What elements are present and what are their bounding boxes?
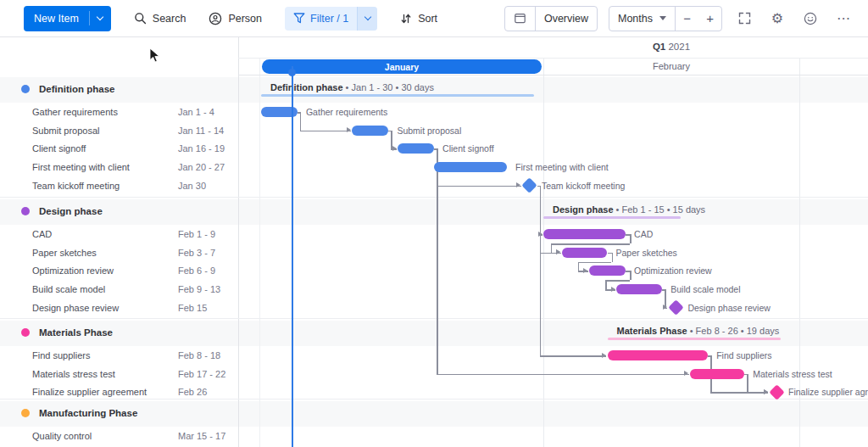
task-bar-label: First meeting with client (515, 162, 609, 172)
task-dates: Feb 26 (178, 386, 207, 398)
panel-divider (238, 37, 239, 447)
task-dates: Feb 1 - 9 (178, 228, 215, 240)
month-pill-active[interactable]: January (262, 59, 542, 74)
dependency-arrowhead (556, 249, 560, 254)
search-icon (134, 12, 147, 25)
section-separator (0, 399, 868, 400)
toolbar-right: Overview Months − + ⚙ ⋯ (504, 6, 854, 31)
task-bar-label: Find suppliers (716, 350, 771, 360)
dependency-connector (605, 280, 630, 282)
task-name[interactable]: Optimization review (32, 265, 114, 277)
chevron-down-icon (364, 14, 370, 20)
chevron-down-icon (97, 14, 103, 20)
fullscreen-button[interactable] (733, 8, 755, 30)
zoom-level-select[interactable]: Months (609, 7, 675, 31)
task-dates: Jan 20 - 27 (178, 161, 225, 173)
settings-button[interactable]: ⚙ (766, 8, 788, 30)
phase-summary: Materials Phase • Feb 8 - 26 • 19 days (617, 325, 780, 337)
gridline (238, 58, 868, 59)
task-name[interactable]: Finalize supplier agreement (32, 386, 147, 398)
new-item-dropdown[interactable] (90, 6, 111, 31)
task-bar[interactable] (690, 369, 745, 379)
calendar-icon (514, 12, 526, 25)
task-name[interactable]: Build scale model (32, 283, 105, 295)
new-item-button[interactable]: New Item (24, 6, 111, 31)
more-options-button[interactable]: ⋯ (832, 8, 854, 30)
dependency-connector (612, 253, 614, 262)
task-bar-label: Submit proposal (397, 126, 461, 136)
dependency-connector (540, 355, 607, 357)
phase-row-band (0, 77, 868, 103)
dependency-connector (605, 280, 607, 289)
dependency-arrowhead (602, 353, 606, 358)
task-name[interactable]: Gather requirements (32, 106, 118, 118)
task-bar[interactable] (352, 126, 388, 136)
phase-name: Materials Phase (39, 327, 113, 338)
zoom-group: Months − + (609, 6, 722, 31)
phase-summary-underline (608, 338, 782, 340)
phase-row[interactable]: Design phase (21, 204, 103, 218)
task-bar-label: CAD (634, 229, 653, 239)
calendar-view-button[interactable] (505, 7, 535, 31)
milestone-diamond[interactable] (522, 178, 537, 193)
filter-dropdown[interactable] (357, 7, 377, 31)
dependency-arrowhead (764, 389, 768, 394)
dependency-connector (578, 262, 580, 271)
phase-color-dot (21, 328, 30, 337)
task-bar-label: Gather requirements (306, 107, 387, 117)
filter-label: Filter / 1 (310, 13, 348, 25)
search-button[interactable]: Search (134, 12, 186, 25)
task-dates: Feb 8 - 18 (178, 349, 220, 361)
task-dates: Feb 3 - 7 (178, 247, 215, 259)
task-bar[interactable] (589, 265, 626, 276)
phase-color-dot (21, 409, 30, 417)
filter-button[interactable]: Filter / 1 (285, 7, 377, 31)
sort-button[interactable]: Sort (400, 13, 437, 25)
dependency-arrowhead (611, 287, 615, 292)
month-label: February (543, 61, 799, 73)
task-bar[interactable] (434, 162, 507, 172)
task-name[interactable]: Find suppliers (32, 349, 90, 361)
task-bar[interactable] (562, 248, 608, 258)
task-name[interactable]: Submit proposal (32, 125, 100, 137)
task-name[interactable]: Quality control (32, 430, 92, 442)
expand-icon (738, 12, 751, 25)
phase-row[interactable]: Manufacturing Phase (21, 406, 137, 420)
feedback-button[interactable] (799, 8, 821, 30)
milestone-diamond[interactable] (769, 384, 784, 400)
task-name[interactable]: First meeting with client (32, 161, 130, 173)
gridline (238, 75, 868, 75)
phase-name: Manufacturing Phase (39, 408, 137, 418)
phase-summary: Design phase • Feb 1 - 15 • 15 days (553, 204, 705, 215)
task-name[interactable]: Client signoff (32, 142, 86, 154)
phase-row[interactable]: Definition phase (21, 82, 114, 96)
dependency-connector (630, 234, 632, 243)
task-bar[interactable] (398, 143, 434, 154)
overview-label: Overview (544, 13, 588, 25)
task-bar[interactable] (543, 229, 626, 239)
gear-icon: ⚙ (771, 10, 783, 26)
person-filter-button[interactable]: Person (209, 12, 262, 25)
task-dates: Feb 9 - 13 (178, 283, 220, 295)
year-label: 2021 (668, 42, 690, 52)
overview-button[interactable]: Overview (536, 7, 597, 31)
task-bar[interactable] (616, 284, 662, 294)
task-bar[interactable] (608, 350, 709, 360)
task-name[interactable]: CAD (32, 228, 52, 240)
zoom-out-button[interactable]: − (676, 7, 698, 31)
phase-row-band (0, 199, 868, 225)
task-dates: Feb 6 - 9 (178, 265, 215, 277)
dependency-connector (437, 186, 521, 187)
dependency-connector (578, 262, 612, 264)
phase-summary-underline (261, 94, 534, 97)
task-bar-label: Optimization review (634, 265, 712, 276)
milestone-diamond[interactable] (668, 300, 683, 316)
task-name[interactable]: Paper sketches (32, 247, 97, 259)
milestone-label: Finalize supplier agreement (788, 387, 868, 397)
zoom-in-button[interactable]: + (698, 7, 721, 31)
task-name[interactable]: Team kickoff meeting (32, 180, 120, 192)
task-name[interactable]: Materials stress test (32, 368, 115, 380)
search-label: Search (153, 13, 186, 25)
phase-row[interactable]: Materials Phase (21, 326, 113, 339)
task-name[interactable]: Design phase review (32, 302, 119, 314)
